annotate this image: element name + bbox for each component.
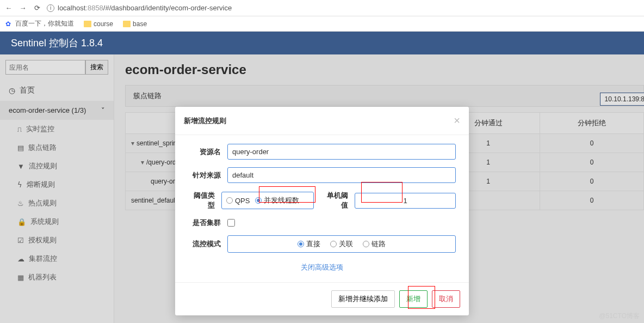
bookmark-course[interactable]: course bbox=[84, 20, 113, 28]
modal-title: 新增流控规则 bbox=[184, 116, 226, 126]
site-info-icon[interactable]: i bbox=[47, 4, 54, 12]
flow-rule-modal: 新增流控规则 × 资源名 针对来源 阈值类型 QPS 并发线程数 单机阈值 是否… bbox=[175, 107, 469, 315]
url-port: :8858 bbox=[85, 4, 103, 12]
radio-relate[interactable]: 关联 bbox=[330, 239, 353, 249]
label-single-threshold: 单机阈值 bbox=[321, 191, 355, 210]
cancel-button[interactable]: 取消 bbox=[432, 290, 460, 308]
radio-thread[interactable]: 并发线程数 bbox=[255, 196, 299, 205]
back-icon[interactable]: ← bbox=[4, 4, 13, 13]
radio-direct[interactable]: 直接 bbox=[298, 239, 320, 249]
add-continue-button[interactable]: 新增并继续添加 bbox=[331, 290, 395, 308]
browser-nav-bar: ← → ⟳ i localhost:8858/#/dashboard/ident… bbox=[0, 0, 644, 16]
cluster-checkbox[interactable] bbox=[227, 219, 235, 227]
threshold-input[interactable] bbox=[355, 193, 456, 209]
label-source: 针对来源 bbox=[188, 170, 227, 180]
radio-chain[interactable]: 链路 bbox=[363, 239, 386, 249]
advanced-toggle[interactable]: 关闭高级选项 bbox=[188, 260, 456, 278]
label-cluster: 是否集群 bbox=[188, 218, 227, 228]
bookmark-baidu[interactable]: ✿百度一下，你就知道 bbox=[5, 19, 74, 28]
app-title: Sentinel 控制台 1.8.4 bbox=[11, 36, 103, 50]
bookmark-bar: ✿百度一下，你就知道 course base bbox=[0, 16, 644, 32]
url-path: /#/dashboard/identity/ecom-order-service bbox=[103, 4, 232, 12]
address-bar[interactable]: i localhost:8858/#/dashboard/identity/ec… bbox=[47, 4, 640, 12]
threshold-type-group: QPS 并发线程数 bbox=[221, 192, 314, 209]
url-host: localhost bbox=[58, 4, 85, 12]
mode-group: 直接 关联 链路 bbox=[227, 235, 456, 253]
close-icon[interactable]: × bbox=[454, 114, 460, 127]
label-threshold-type: 阈值类型 bbox=[188, 191, 221, 210]
source-input[interactable] bbox=[227, 167, 456, 183]
resource-input[interactable] bbox=[227, 144, 456, 160]
forward-icon[interactable]: → bbox=[18, 4, 27, 13]
watermark: @51CTO博客 bbox=[599, 312, 640, 321]
app-header: Sentinel 控制台 1.8.4 bbox=[0, 32, 644, 54]
label-mode: 流控模式 bbox=[188, 239, 227, 249]
bookmark-base[interactable]: base bbox=[123, 20, 147, 28]
add-button[interactable]: 新增 bbox=[399, 290, 428, 308]
reload-icon[interactable]: ⟳ bbox=[33, 4, 41, 13]
label-resource: 资源名 bbox=[188, 147, 227, 157]
radio-qps[interactable]: QPS bbox=[226, 197, 250, 205]
